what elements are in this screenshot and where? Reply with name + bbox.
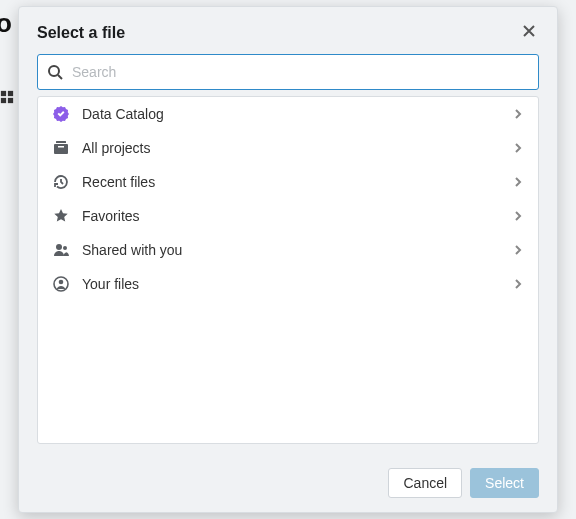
user-circle-icon bbox=[52, 276, 70, 292]
file-list: Data Catalog All projects Recent files bbox=[37, 96, 539, 444]
list-item-data-catalog[interactable]: Data Catalog bbox=[38, 97, 538, 131]
chevron-right-icon bbox=[512, 278, 524, 290]
svg-rect-6 bbox=[56, 141, 66, 143]
svg-rect-3 bbox=[8, 98, 13, 103]
chevron-right-icon bbox=[512, 142, 524, 154]
list-item-label: All projects bbox=[82, 140, 512, 156]
list-item-label: Favorites bbox=[82, 208, 512, 224]
list-item-label: Recent files bbox=[82, 174, 512, 190]
list-item-label: Data Catalog bbox=[82, 106, 512, 122]
background-grid-icon bbox=[0, 90, 14, 108]
modal-body: Data Catalog All projects Recent files bbox=[19, 54, 557, 456]
history-icon bbox=[52, 174, 70, 190]
list-item-label: Shared with you bbox=[82, 242, 512, 258]
badge-check-icon bbox=[52, 106, 70, 122]
file-picker-modal: Select a file Data Catalog bbox=[18, 6, 558, 513]
svg-point-11 bbox=[59, 280, 64, 285]
modal-footer: Cancel Select bbox=[19, 456, 557, 512]
select-button[interactable]: Select bbox=[470, 468, 539, 498]
svg-rect-0 bbox=[1, 91, 6, 96]
modal-header: Select a file bbox=[19, 7, 557, 54]
list-item-your-files[interactable]: Your files bbox=[38, 267, 538, 301]
close-button[interactable] bbox=[519, 21, 539, 44]
svg-rect-5 bbox=[54, 144, 68, 154]
svg-rect-7 bbox=[58, 146, 64, 148]
list-item-favorites[interactable]: Favorites bbox=[38, 199, 538, 233]
svg-rect-1 bbox=[8, 91, 13, 96]
star-icon bbox=[52, 208, 70, 224]
list-item-recent-files[interactable]: Recent files bbox=[38, 165, 538, 199]
chevron-right-icon bbox=[512, 108, 524, 120]
projects-icon bbox=[52, 140, 70, 156]
cancel-button[interactable]: Cancel bbox=[388, 468, 462, 498]
search-input[interactable] bbox=[37, 54, 539, 90]
people-icon bbox=[52, 242, 70, 258]
chevron-right-icon bbox=[512, 176, 524, 188]
list-item-label: Your files bbox=[82, 276, 512, 292]
close-icon bbox=[521, 23, 537, 42]
list-item-all-projects[interactable]: All projects bbox=[38, 131, 538, 165]
chevron-right-icon bbox=[512, 210, 524, 222]
svg-rect-2 bbox=[1, 98, 6, 103]
list-item-shared-with-you[interactable]: Shared with you bbox=[38, 233, 538, 267]
search-wrap bbox=[37, 54, 539, 90]
svg-point-8 bbox=[56, 244, 62, 250]
modal-title: Select a file bbox=[37, 24, 125, 42]
background-text: o bbox=[0, 8, 12, 39]
svg-point-9 bbox=[63, 246, 67, 250]
chevron-right-icon bbox=[512, 244, 524, 256]
